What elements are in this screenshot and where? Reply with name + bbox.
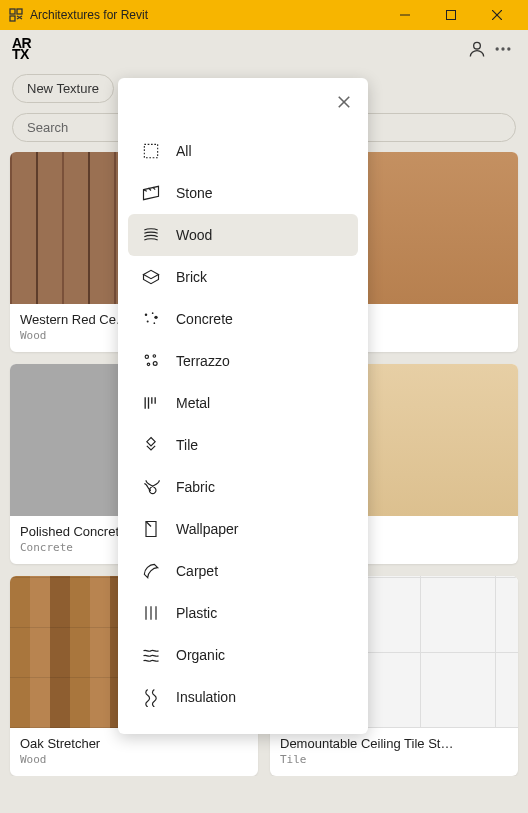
- texture-category: Tile: [280, 753, 508, 766]
- category-label: Fabric: [176, 479, 215, 495]
- category-label: Metal: [176, 395, 210, 411]
- svg-rect-13: [144, 144, 157, 157]
- profile-icon[interactable]: [464, 36, 490, 62]
- minimize-button[interactable]: [382, 0, 428, 30]
- category-item-plastic[interactable]: Plastic: [128, 592, 358, 634]
- svg-point-18: [154, 322, 156, 324]
- svg-point-20: [153, 355, 156, 358]
- terrazzo-icon: [140, 350, 162, 372]
- svg-point-19: [145, 355, 148, 358]
- svg-rect-1: [17, 9, 22, 14]
- svg-point-22: [153, 362, 157, 366]
- category-item-concrete[interactable]: Concrete: [128, 298, 358, 340]
- svg-point-8: [496, 47, 499, 50]
- logo-line2: TX: [12, 49, 31, 60]
- category-item-wood[interactable]: Wood: [128, 214, 358, 256]
- category-item-tile[interactable]: Tile: [128, 424, 358, 466]
- category-label: All: [176, 143, 192, 159]
- category-item-wallpaper[interactable]: Wallpaper: [128, 508, 358, 550]
- texture-title: Demountable Ceiling Tile St…: [280, 736, 508, 751]
- category-label: Wood: [176, 227, 212, 243]
- plastic-icon: [140, 602, 162, 624]
- texture-category: Wood: [20, 753, 248, 766]
- category-label: Brick: [176, 269, 207, 285]
- svg-rect-2: [10, 16, 15, 21]
- more-icon[interactable]: [490, 36, 516, 62]
- category-label: Concrete: [176, 311, 233, 327]
- stone-icon: [140, 182, 162, 204]
- wallpaper-icon: [140, 518, 162, 540]
- all-icon: [140, 140, 162, 162]
- metal-icon: [140, 392, 162, 414]
- close-icon[interactable]: [334, 92, 354, 112]
- svg-point-16: [154, 316, 157, 319]
- window-titlebar: Architextures for Revit: [0, 0, 528, 30]
- svg-rect-0: [10, 9, 15, 14]
- category-label: Carpet: [176, 563, 218, 579]
- close-button[interactable]: [474, 0, 520, 30]
- app-header: AR TX: [0, 30, 528, 68]
- category-label: Organic: [176, 647, 225, 663]
- organic-icon: [140, 644, 162, 666]
- window-title: Architextures for Revit: [30, 8, 382, 22]
- category-label: Insulation: [176, 689, 236, 705]
- category-item-brick[interactable]: Brick: [128, 256, 358, 298]
- category-item-all[interactable]: All: [128, 130, 358, 172]
- category-label: Wallpaper: [176, 521, 239, 537]
- svg-point-10: [507, 47, 510, 50]
- app-icon: [8, 7, 24, 23]
- fabric-icon: [140, 476, 162, 498]
- svg-point-15: [152, 312, 154, 314]
- svg-rect-4: [447, 11, 456, 20]
- logo: AR TX: [12, 38, 31, 60]
- category-item-carpet[interactable]: Carpet: [128, 550, 358, 592]
- category-item-metal[interactable]: Metal: [128, 382, 358, 424]
- brick-icon: [140, 266, 162, 288]
- category-item-fabric[interactable]: Fabric: [128, 466, 358, 508]
- category-label: Plastic: [176, 605, 217, 621]
- category-label: Stone: [176, 185, 213, 201]
- insulation-icon: [140, 686, 162, 708]
- svg-point-7: [474, 42, 481, 49]
- new-texture-button[interactable]: New Texture: [12, 74, 114, 103]
- category-item-terrazzo[interactable]: Terrazzo: [128, 340, 358, 382]
- svg-point-14: [145, 314, 148, 317]
- svg-point-9: [501, 47, 504, 50]
- svg-point-21: [147, 363, 150, 366]
- svg-point-17: [147, 321, 149, 323]
- category-label: Tile: [176, 437, 198, 453]
- concrete-icon: [140, 308, 162, 330]
- tile-icon: [140, 434, 162, 456]
- category-dropdown: All Stone Wood Brick Concrete Terrazzo M…: [118, 78, 368, 734]
- carpet-icon: [140, 560, 162, 582]
- wood-icon: [140, 224, 162, 246]
- category-item-organic[interactable]: Organic: [128, 634, 358, 676]
- category-item-stone[interactable]: Stone: [128, 172, 358, 214]
- category-item-insulation[interactable]: Insulation: [128, 676, 358, 718]
- texture-title: Oak Stretcher: [20, 736, 248, 751]
- category-label: Terrazzo: [176, 353, 230, 369]
- maximize-button[interactable]: [428, 0, 474, 30]
